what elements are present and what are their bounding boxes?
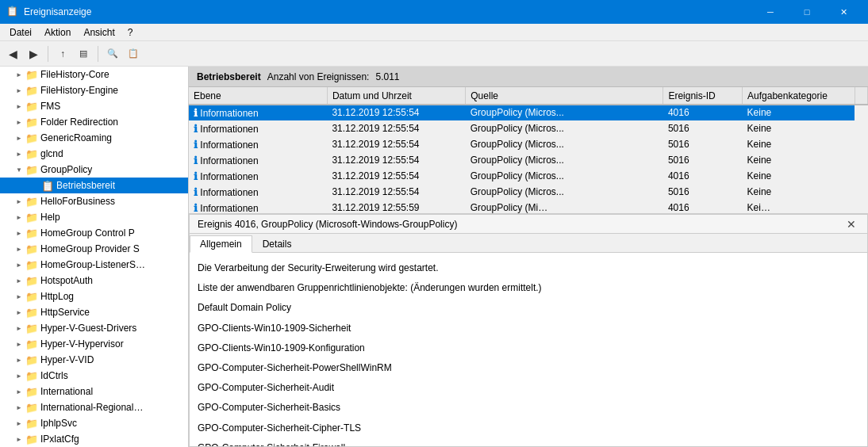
info-icon: ℹ (194, 155, 198, 166)
info-icon: ℹ (194, 107, 198, 119)
window-controls: ─ □ ✕ (752, 0, 862, 24)
col-header-eventid[interactable]: Ereignis-ID (663, 87, 743, 105)
table-row[interactable]: ℹ Informationen31.12.2019 12:55:54GroupP… (189, 136, 868, 152)
sidebar-item-hotspotauth[interactable]: ► 📁 HotspotAuth (0, 273, 188, 288)
table-row[interactable]: ℹ Informationen31.12.2019 12:55:54GroupP… (189, 152, 868, 168)
cell-eventid: 5016 (663, 120, 743, 136)
filter-button[interactable]: 🔍 (103, 44, 122, 63)
menu-aktion[interactable]: Aktion (38, 25, 77, 40)
maximize-button[interactable]: □ (789, 0, 825, 24)
cell-level: ℹ Informationen (189, 184, 327, 200)
sidebar-item-helloforbusiness[interactable]: ► 📁 HelloForBusiness (0, 193, 188, 209)
sidebar-item-hyperv-vid[interactable]: ► 📁 Hyper-V-VID (0, 352, 188, 368)
expand-icon: ► (13, 417, 25, 430)
col-header-level[interactable]: Ebene (189, 87, 327, 105)
sidebar-item-homegroup-listeners[interactable]: ► 📁 HomeGroup-ListenerS… (0, 257, 188, 273)
detail-item: GPO-Computer-Sicherheit-Cipher-TLS (198, 421, 859, 436)
sidebar: ► 📁 FileHistory-Core ► 📁 FileHistory-Eng… (0, 67, 189, 447)
sidebar-label: IPxlatCfg (40, 434, 79, 445)
sidebar-label: HomeGroup Control P (40, 227, 135, 239)
expand-icon: ► (13, 385, 25, 398)
table-row[interactable]: ℹ Informationen31.12.2019 12:55:54GroupP… (189, 105, 868, 120)
cell-task: Keine (743, 136, 855, 152)
sidebar-item-filehistory-engine[interactable]: ► 📁 FileHistory-Engine (0, 82, 188, 98)
expand-icon: ► (13, 84, 25, 97)
sidebar-item-fms[interactable]: ► 📁 FMS (0, 98, 188, 114)
sidebar-label: FileHistory-Core (40, 69, 109, 80)
sidebar-item-hyperv-guest[interactable]: ► 📁 Hyper-V-Guest-Drivers (0, 320, 188, 336)
sidebar-item-folder-redirection[interactable]: ► 📁 Folder Redirection (0, 114, 188, 130)
info-icon: ℹ (194, 139, 198, 151)
sidebar-label: FileHistory-Engine (40, 85, 118, 96)
cell-source: GroupPolicy (Micros... (466, 120, 663, 136)
expand-icon: ► (13, 258, 25, 271)
sidebar-item-httplog[interactable]: ► 📁 HttpLog (0, 288, 188, 304)
cell-source: GroupPolicy (Micros... (466, 168, 663, 184)
folder-icon: 📁 (25, 418, 38, 430)
expand-icon: ► (13, 147, 25, 160)
sidebar-label: GroupPolicy (40, 164, 92, 175)
close-button[interactable]: ✕ (825, 0, 862, 24)
expand-icon: ► (13, 369, 25, 382)
minimize-button[interactable]: ─ (752, 0, 789, 24)
sidebar-item-international-regional[interactable]: ► 📁 International-Regional… (0, 399, 188, 415)
sidebar-item-ipxlatcfg[interactable]: ► 📁 IPxlatCfg (0, 431, 188, 447)
sidebar-item-idctrls[interactable]: ► 📁 IdCtrls (0, 368, 188, 384)
table-row[interactable]: ℹ Informationen31.12.2019 12:55:54GroupP… (189, 120, 868, 136)
cell-date: 31.12.2019 12:55:54 (327, 105, 465, 120)
table-row[interactable]: ℹ Informationen31.12.2019 12:55:54GroupP… (189, 168, 868, 184)
detail-line1: Die Verarbeitung der Security-Erweiterun… (198, 261, 859, 276)
sidebar-item-filehistory-core[interactable]: ► 📁 FileHistory-Core (0, 67, 188, 82)
forward-button[interactable]: ▶ (24, 44, 43, 63)
sidebar-item-homegroup-providers[interactable]: ► 📁 HomeGroup Provider S (0, 241, 188, 257)
sidebar-item-genericroaming[interactable]: ► 📁 GenericRoaming (0, 130, 188, 146)
sidebar-item-homegroup-controlp[interactable]: ► 📁 HomeGroup Control P (0, 225, 188, 241)
expand-icon: ► (13, 243, 25, 255)
sidebar-item-betriebsbereit[interactable]: 📋 Betriebsbereit (0, 178, 188, 193)
cell-source: GroupPolicy (Mi… (466, 200, 663, 214)
cell-source: GroupPolicy (Micros... (466, 136, 663, 152)
sidebar-item-hyperv-hypervisor[interactable]: ► 📁 Hyper-V-Hypervisor (0, 336, 188, 352)
sidebar-item-grouppolicy[interactable]: ▼ 📁 GroupPolicy (0, 162, 188, 178)
sidebar-item-help[interactable]: ► 📁 Help (0, 209, 188, 225)
cell-date: 31.12.2019 12:55:54 (327, 184, 465, 200)
sidebar-item-glcnd[interactable]: ► 📁 glcnd (0, 146, 188, 162)
tab-allgemein[interactable]: Allgemein (190, 235, 252, 253)
col-header-task[interactable]: Aufgabenkategorie (743, 87, 855, 105)
expand-icon: ► (13, 68, 25, 81)
table-row[interactable]: ℹ Informationen31.12.2019 12:55:59GroupP… (189, 200, 868, 214)
back-button[interactable]: ◀ (3, 44, 22, 63)
detail-close-button[interactable]: ✕ (843, 216, 859, 232)
sidebar-item-international[interactable]: ► 📁 International (0, 384, 188, 399)
detail-content: Die Verarbeitung der Security-Erweiterun… (190, 253, 867, 446)
expand-icon: ► (13, 100, 25, 113)
event-list-title: Betriebsbereit (197, 71, 261, 82)
menu-help[interactable]: ? (121, 25, 140, 40)
expand-icon: ► (13, 338, 25, 350)
expand-icon: ► (13, 274, 25, 287)
col-header-date[interactable]: Datum und Uhrzeit (327, 87, 465, 105)
detail-header: Ereignis 4016, GroupPolicy (Microsoft-Wi… (190, 215, 867, 234)
view-button[interactable]: ▤ (74, 44, 93, 63)
info-icon: ℹ (194, 123, 198, 135)
sidebar-item-iphlpsvc[interactable]: ► 📁 IphlpSvc (0, 415, 188, 431)
menu-ansicht[interactable]: Ansicht (77, 25, 121, 40)
menu-datei[interactable]: Datei (3, 25, 38, 40)
table-row[interactable]: ℹ Informationen31.12.2019 12:55:54GroupP… (189, 184, 868, 200)
sidebar-label: HelloForBusiness (40, 196, 115, 207)
up-button[interactable]: ↑ (53, 44, 72, 63)
cell-task: Keine (743, 105, 855, 120)
toolbar: ◀ ▶ ↑ ▤ 🔍 📋 (0, 41, 868, 67)
cell-level: ℹ Informationen (189, 136, 327, 152)
cell-source: GroupPolicy (Micros... (466, 105, 663, 120)
event-count: 5.011 (375, 71, 399, 82)
expand-icon: ► (13, 306, 25, 319)
expand-icon: ► (13, 132, 25, 144)
tab-details[interactable]: Details (252, 235, 302, 252)
properties-button[interactable]: 📋 (124, 44, 143, 63)
sidebar-label: HttpService (40, 307, 90, 318)
sidebar-item-httpservice[interactable]: ► 📁 HttpService (0, 304, 188, 320)
expand-icon: ► (13, 322, 25, 334)
folder-icon: 📁 (25, 307, 38, 319)
col-header-source[interactable]: Quelle (466, 87, 663, 105)
